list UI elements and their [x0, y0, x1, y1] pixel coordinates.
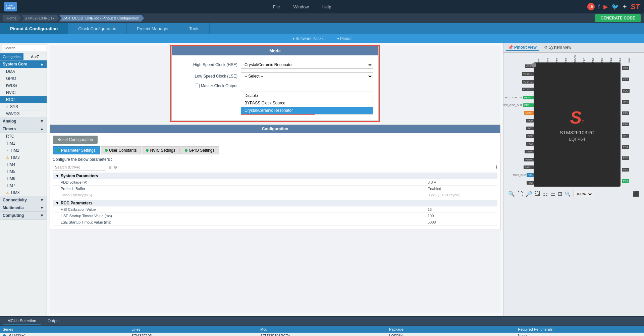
split-view-icon[interactable]: ⚏	[543, 191, 548, 197]
sidebar-item-rtc[interactable]: RTC	[0, 133, 47, 140]
config-tab-gpio[interactable]: GPIO Settings	[180, 146, 219, 154]
sidebar-section-connectivity[interactable]: Connectivity ▼	[0, 196, 47, 204]
subtab-pinout[interactable]: ▾ Pinout	[337, 36, 352, 41]
sidebar-item-gpio[interactable]: GPIO	[0, 75, 47, 82]
tab-project[interactable]: Project Manager	[127, 23, 179, 34]
config-tab-params[interactable]: Parameter Settings	[53, 146, 100, 154]
collapse-icon[interactable]: ⊖	[114, 165, 117, 170]
sidebar-item-nvic[interactable]: NVIC	[0, 89, 47, 96]
pin-pa1: TIM2_CH2 PA1	[507, 171, 534, 179]
config-header: Configuration	[50, 125, 500, 133]
menu-help[interactable]: Help	[322, 4, 331, 9]
sidebar-tab-categories[interactable]: Categories	[0, 53, 23, 60]
search-input[interactable]	[2, 45, 47, 51]
notification-badge[interactable]: 19	[587, 3, 595, 10]
fit-view-icon[interactable]: ⛶	[518, 191, 523, 197]
lsc-row: Low Speed Clock (LSE) -- Select --	[177, 72, 373, 80]
sidebar-section-analog[interactable]: Analog ▼	[0, 117, 47, 125]
pin-pa0: PA0-...	[507, 163, 534, 171]
zoom-out-icon[interactable]: 🔎	[526, 191, 532, 197]
facebook-icon[interactable]: f	[598, 3, 600, 10]
sidebar-item-tim6[interactable]: TIM6	[0, 175, 47, 182]
pin-pc4: PC4	[622, 143, 641, 151]
content-area: Mode High Speed Clock (HSE) Crystal/Cera…	[47, 43, 503, 316]
pin-pc5: PC5	[622, 155, 641, 162]
network-icon[interactable]: ✦	[622, 3, 627, 10]
sidebar-section-system-core[interactable]: System Core ▲	[0, 60, 47, 68]
breadcrumb-project[interactable]: CAR_DUOJI_ONE.ioc - Pinout & Configurati…	[59, 15, 144, 21]
sidebar-section-computing[interactable]: Computing ▼	[0, 212, 47, 220]
sidebar-item-tim5[interactable]: TIM5	[0, 168, 47, 175]
sidebar-item-sys[interactable]: SYS	[0, 103, 47, 110]
right-pins: PA3 VSS VDD PA4 PA5 PA6 PA7 PC4 PC5 PB0 …	[621, 62, 641, 187]
config-search-input[interactable]	[53, 164, 106, 171]
dd-option-disable[interactable]: Disable	[241, 92, 373, 99]
sidebar-item-tim3[interactable]: TIM3	[0, 154, 47, 161]
breadcrumb-device[interactable]: STM32F103RCTx	[21, 15, 59, 21]
twitter-icon[interactable]: 🐦	[611, 3, 619, 10]
sidebar-item-iwdg[interactable]: IWDG	[0, 82, 47, 89]
hsc-select[interactable]: Crystal/Ceramic Resonator	[241, 61, 373, 69]
table-row[interactable]: STM32F1 STM32F103 STM32F103RCTx LQFP64 N…	[0, 333, 644, 336]
tab-clock[interactable]: Clock Configuration	[68, 23, 126, 34]
expand-icon[interactable]: ⊕	[108, 165, 112, 170]
bottom-tab-mcu-selection[interactable]: MCUs Selection	[3, 318, 41, 325]
tab-pinout[interactable]: Pinout & Configuration	[0, 23, 68, 34]
topbar-right: 19 f ▶ 🐦 ✦ ST	[587, 2, 640, 11]
tab-pinout-view[interactable]: 📌 Pinout view	[506, 44, 539, 51]
menu-bar: File Window Help	[273, 4, 331, 9]
pin-vdd-r: VDD	[622, 87, 641, 94]
menu-window[interactable]: Window	[293, 4, 309, 9]
zoom-in-icon[interactable]: 🔍	[508, 191, 515, 197]
config-tabs: Parameter Settings User Constants NVIC S…	[53, 146, 497, 154]
sidebar-section-timers[interactable]: Timers ▲	[0, 125, 47, 133]
lsc-select[interactable]: -- Select --	[241, 72, 373, 80]
sidebar-item-tim8[interactable]: TIM8	[0, 189, 47, 196]
sidebar-item-tim2[interactable]: TIM2	[0, 147, 47, 154]
subtab-software-packs[interactable]: ▾ Software Packs	[292, 36, 324, 41]
info-icon[interactable]: ℹ	[496, 165, 497, 170]
sidebar-item-wwdg[interactable]: WWDG	[0, 110, 47, 117]
mco-row: Master Clock Output	[177, 84, 373, 88]
grid-icon[interactable]: ⊞	[558, 191, 562, 197]
chip-name: STM32F103RC	[559, 130, 594, 135]
bottom-tab-output[interactable]: Output	[43, 318, 64, 325]
dd-option-bypass[interactable]: BYPASS Clock Source	[241, 99, 373, 107]
radio-dot-0[interactable]	[3, 334, 6, 336]
config-tab-nvic[interactable]: NVIC Settings	[142, 146, 179, 154]
search-chip-icon[interactable]: 🔍	[565, 191, 571, 197]
rcc-params-header[interactable]: ▼ RCC Parameters	[53, 200, 497, 206]
breadcrumb-home[interactable]: Home	[3, 15, 21, 21]
zoom-level-select[interactable]: 100% 75% 150%	[573, 191, 593, 197]
reset-config-button[interactable]: Reset Configuration	[53, 136, 98, 144]
sidebar-item-tim1[interactable]: TIM1	[0, 140, 47, 147]
tab-tools[interactable]: Tools	[179, 23, 210, 34]
columns-icon[interactable]: ☰	[550, 191, 555, 197]
sidebar-item-rcc[interactable]: RCC	[0, 96, 47, 103]
tab-system-view[interactable]: ⚙ System view	[542, 44, 573, 51]
bottom-panel: MCUs Selection Output Series Lines Mcu P…	[0, 316, 644, 336]
generate-code-button[interactable]: GENERATE CODE	[595, 14, 641, 22]
sidebar-section-multimedia[interactable]: Multimedia ▼	[0, 204, 47, 212]
mco-checkbox[interactable]	[195, 84, 200, 88]
sidebar-item-dma[interactable]: DMA	[0, 68, 47, 75]
st-brand-logo: ST	[631, 2, 640, 11]
chip-body: ST STM32F103RC LQFP64	[534, 62, 621, 187]
sidebar-item-tim4[interactable]: TIM4	[0, 161, 47, 168]
resize-icon[interactable]: ⬛	[633, 191, 639, 197]
subtabbar: ▾ Software Packs ▾ Pinout	[0, 34, 644, 43]
bottom-rows: STM32F1 STM32F103 STM32F103RCTx LQFP64 N…	[0, 333, 644, 336]
pin-pb0: PB0	[622, 166, 641, 173]
sidebar-item-tim7[interactable]: TIM7	[0, 182, 47, 189]
export-icon[interactable]: 🖼	[535, 191, 540, 197]
youtube-icon[interactable]: ▶	[603, 3, 608, 10]
config-tab-user-const[interactable]: User Constants	[101, 146, 141, 154]
dd-option-crystal[interactable]: Crystal/Ceramic Resonator	[241, 107, 373, 114]
hsc-row: High Speed Clock (HSE) Crystal/Ceramic R…	[177, 61, 373, 69]
pin-pc15: PC15-...	[507, 86, 534, 93]
col-mcu: Mcu	[258, 327, 386, 331]
sidebar-tab-az[interactable]: A->Z	[23, 53, 47, 60]
pin-pa4: PA4	[622, 98, 641, 106]
menu-file[interactable]: File	[273, 4, 280, 9]
system-params-header[interactable]: ▼ System Parameters	[53, 173, 497, 179]
